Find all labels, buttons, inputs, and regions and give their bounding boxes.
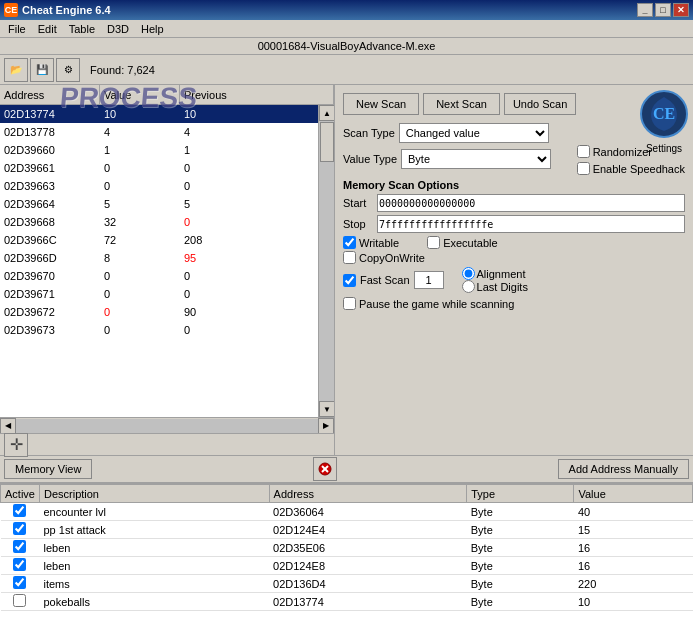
alignment-label: Alignment bbox=[462, 267, 528, 280]
main-content: Address Value Previous 02D13774101002D13… bbox=[0, 85, 693, 455]
cell-previous: 0 bbox=[180, 180, 318, 192]
toolbar: 📂 💾 ⚙ Found: 7,624 PROCESS bbox=[0, 55, 693, 85]
value-type-dropdown[interactable]: Byte bbox=[401, 149, 551, 169]
start-input[interactable] bbox=[377, 194, 685, 212]
undo-scan-button[interactable]: Undo Scan bbox=[504, 93, 576, 115]
list-row[interactable]: 02D3966300 bbox=[0, 177, 318, 195]
last-digits-label: Last Digits bbox=[462, 280, 528, 293]
scroll-up-button[interactable]: ▲ bbox=[319, 105, 334, 121]
list-row[interactable]: 02D3966100 bbox=[0, 159, 318, 177]
fast-scan-checkbox[interactable] bbox=[343, 274, 356, 287]
list-row[interactable]: 02D3966455 bbox=[0, 195, 318, 213]
list-row[interactable]: 02D39672090 bbox=[0, 303, 318, 321]
writable-checkbox[interactable] bbox=[343, 236, 356, 249]
stop-input[interactable] bbox=[377, 215, 685, 233]
row-type-cell: Byte bbox=[467, 575, 574, 593]
cow-checkbox[interactable] bbox=[343, 251, 356, 264]
cow-label: CopyOnWrite bbox=[359, 252, 425, 264]
cell-address: 02D39671 bbox=[0, 288, 100, 300]
th-active: Active bbox=[1, 485, 40, 503]
row-active-cell[interactable] bbox=[1, 503, 40, 521]
value-type-label: Value Type bbox=[343, 153, 397, 165]
hscroll-right-button[interactable]: ▶ bbox=[318, 418, 334, 434]
settings-toolbar-button[interactable]: ⚙ bbox=[56, 58, 80, 82]
cell-address: 02D13774 bbox=[0, 108, 100, 120]
cell-address: 02D39664 bbox=[0, 198, 100, 210]
list-row[interactable]: 02D3966D895 bbox=[0, 249, 318, 267]
crosshair-button[interactable]: ✛ bbox=[4, 433, 28, 457]
fast-scan-input[interactable] bbox=[414, 271, 444, 289]
menu-file[interactable]: File bbox=[2, 21, 32, 37]
new-scan-button[interactable]: New Scan bbox=[343, 93, 419, 115]
row-active-cell[interactable] bbox=[1, 557, 40, 575]
memory-view-button[interactable]: Memory View bbox=[4, 459, 92, 479]
scroll-down-button[interactable]: ▼ bbox=[319, 401, 334, 417]
maximize-button[interactable]: □ bbox=[655, 3, 671, 17]
pause-checkbox[interactable] bbox=[343, 297, 356, 310]
add-address-manually-button[interactable]: Add Address Manually bbox=[558, 459, 689, 479]
list-header: Address Value Previous bbox=[0, 85, 334, 105]
stop-button[interactable] bbox=[313, 457, 337, 481]
menu-edit[interactable]: Edit bbox=[32, 21, 63, 37]
list-row[interactable]: 02D3966C72208 bbox=[0, 231, 318, 249]
table-row[interactable]: pokeballs02D13774Byte10 bbox=[1, 593, 693, 611]
list-row[interactable]: 02D3967100 bbox=[0, 285, 318, 303]
close-button[interactable]: ✕ bbox=[673, 3, 689, 17]
list-scrollbar[interactable]: ▲ ▼ bbox=[318, 105, 334, 417]
fast-scan-row: Fast Scan bbox=[343, 271, 444, 289]
list-row[interactable]: 02D3966011 bbox=[0, 141, 318, 159]
menu-help[interactable]: Help bbox=[135, 21, 170, 37]
row-active-checkbox[interactable] bbox=[13, 594, 26, 607]
scroll-thumb[interactable] bbox=[320, 122, 334, 162]
row-description-cell: pp 1st attack bbox=[39, 521, 269, 539]
randomizer-checkbox[interactable] bbox=[577, 145, 590, 158]
list-row[interactable]: 02D3967300 bbox=[0, 321, 318, 339]
row-active-cell[interactable] bbox=[1, 575, 40, 593]
menu-table[interactable]: Table bbox=[63, 21, 101, 37]
row-active-cell[interactable] bbox=[1, 521, 40, 539]
found-label: Found: 7,624 bbox=[90, 64, 155, 76]
table-row[interactable]: leben02D35E06Byte16 bbox=[1, 539, 693, 557]
hscroll-left-button[interactable]: ◀ bbox=[0, 418, 16, 434]
table-row[interactable]: encounter lvl02D36064Byte40 bbox=[1, 503, 693, 521]
row-description-cell: items bbox=[39, 575, 269, 593]
th-description: Description bbox=[39, 485, 269, 503]
row-active-cell[interactable] bbox=[1, 593, 40, 611]
list-row[interactable]: 02D39668320 bbox=[0, 213, 318, 231]
last-digits-radio[interactable] bbox=[462, 280, 475, 293]
row-address-cell: 02D136D4 bbox=[269, 575, 467, 593]
list-row[interactable]: 02D1377844 bbox=[0, 123, 318, 141]
list-row[interactable]: 02D3967000 bbox=[0, 267, 318, 285]
scan-type-dropdown[interactable]: Changed value bbox=[399, 123, 549, 143]
row-active-checkbox[interactable] bbox=[13, 504, 26, 517]
cell-value: 0 bbox=[100, 270, 180, 282]
row-value-cell: 16 bbox=[574, 539, 693, 557]
list-row[interactable]: 02D137741010 bbox=[0, 105, 318, 123]
cell-address: 02D13778 bbox=[0, 126, 100, 138]
cell-previous: 208 bbox=[180, 234, 318, 246]
table-row[interactable]: pp 1st attack02D124E4Byte15 bbox=[1, 521, 693, 539]
cell-value: 0 bbox=[100, 306, 180, 318]
table-row[interactable]: leben02D124E8Byte16 bbox=[1, 557, 693, 575]
menu-d3d[interactable]: D3D bbox=[101, 21, 135, 37]
cell-address: 02D39668 bbox=[0, 216, 100, 228]
title-bar-text: Cheat Engine 6.4 bbox=[22, 4, 111, 16]
row-active-checkbox[interactable] bbox=[13, 522, 26, 535]
minimize-button[interactable]: _ bbox=[637, 3, 653, 17]
speedhack-checkbox[interactable] bbox=[577, 162, 590, 175]
table-row[interactable]: items02D136D4Byte220 bbox=[1, 575, 693, 593]
cell-value: 8 bbox=[100, 252, 180, 264]
cell-previous: 4 bbox=[180, 126, 318, 138]
open-button[interactable]: 📂 bbox=[4, 58, 28, 82]
row-active-cell[interactable] bbox=[1, 539, 40, 557]
app-title-text: 00001684-VisualBoyAdvance-M.exe bbox=[258, 40, 436, 52]
row-active-checkbox[interactable] bbox=[13, 558, 26, 571]
executable-checkbox[interactable] bbox=[427, 236, 440, 249]
row-active-checkbox[interactable] bbox=[13, 540, 26, 553]
row-active-checkbox[interactable] bbox=[13, 576, 26, 589]
next-scan-button[interactable]: Next Scan bbox=[423, 93, 500, 115]
save-button[interactable]: 💾 bbox=[30, 58, 54, 82]
cell-address: 02D39663 bbox=[0, 180, 100, 192]
row-type-cell: Byte bbox=[467, 557, 574, 575]
alignment-radio[interactable] bbox=[462, 267, 475, 280]
